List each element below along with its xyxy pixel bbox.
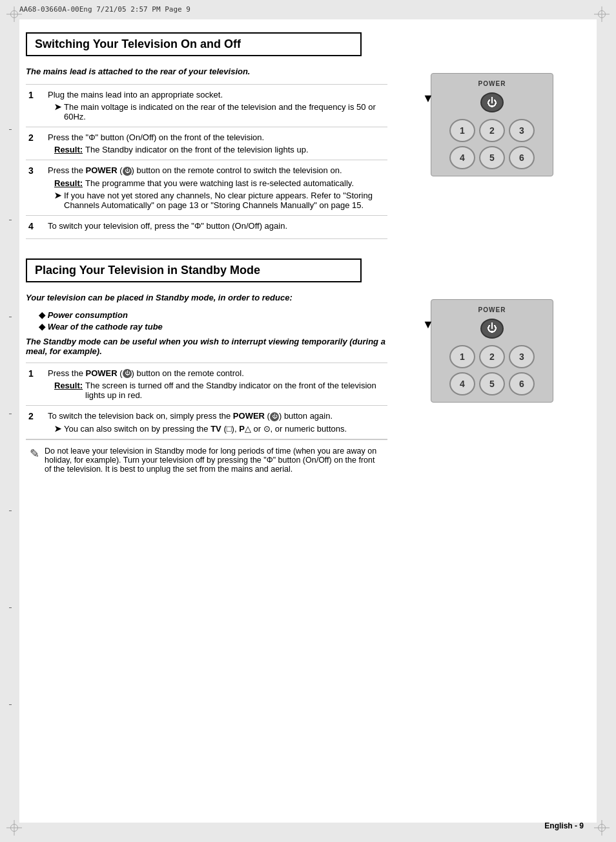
step-num-4: 4 — [26, 215, 45, 238]
left-mark-1 — [9, 129, 12, 130]
step2-main: Press the "Φ" button (On/Off) on the fro… — [48, 132, 385, 142]
s2-num-btn-6: 6 — [509, 372, 535, 395]
panel-arrow-1: ▼ — [422, 92, 434, 105]
s2-num-btn-2: 2 — [479, 345, 505, 368]
step-content-4: To switch your television off, press the… — [45, 215, 387, 238]
step3-arrow: ➤ If you have not yet stored any channel… — [54, 191, 385, 210]
arrow-icon-s2: ➤ — [54, 424, 61, 434]
section2-body: Your television can be placed in Standby… — [26, 293, 590, 480]
table-row: 3 Press the POWER (⏻) button on the remo… — [26, 160, 387, 216]
left-mark-4 — [9, 414, 12, 414]
s2-num-btn-5: 5 — [479, 372, 505, 395]
table-row: 4 To switch your television off, press t… — [26, 215, 387, 238]
section1-title-box: Switching Your Television On and Off — [26, 32, 362, 56]
panel-arrow-2: ▼ — [422, 318, 434, 332]
s2-step-num-2: 2 — [26, 406, 45, 439]
table-row: 2 Press the "Φ" button (On/Off) on the f… — [26, 127, 387, 160]
step1-arrow: ➤ The main voltage is indicated on the r… — [54, 102, 385, 121]
content-area: Switching Your Television On and Off The… — [19, 19, 597, 823]
table-row: 2 To switch the television back on, simp… — [26, 406, 387, 439]
note-text: Do not leave your television in Standby … — [45, 447, 384, 474]
section2-left: Your television can be placed in Standby… — [26, 293, 387, 480]
section2-steps-table: 1 Press the POWER (⏻) button on the remo… — [26, 363, 387, 439]
step-num-1: 1 — [26, 85, 45, 127]
section1-right: ▼ POWER 1 2 3 4 5 6 — [394, 67, 590, 239]
step3-main: Press the POWER (⏻) button on the remote… — [48, 165, 385, 176]
power-button-1 — [480, 92, 504, 112]
step3-arrow-text: If you have not yet stored any channels,… — [64, 191, 385, 210]
result-label-3: Result: — [54, 178, 83, 188]
arrow-icon-3: ➤ — [54, 191, 61, 200]
step1-arrow-text: The main voltage is indicated on the rea… — [64, 102, 385, 121]
s2-step2-arrow: ➤ You can also switch on by pressing the… — [54, 424, 385, 434]
bullet-list: Power consumption Wear of the cathode ra… — [39, 310, 387, 332]
step-content-2: Press the "Φ" button (On/Off) on the fro… — [45, 127, 387, 160]
note-icon: ✎ — [30, 447, 39, 461]
step1-main: Plug the mains lead into an appropriate … — [48, 90, 385, 100]
panel-label-1: POWER — [478, 80, 506, 87]
s2-step1-result-text: The screen is turned off and the Standby… — [85, 381, 385, 400]
step4-main: To switch your television off, press the… — [48, 221, 385, 231]
panel-label-2: POWER — [478, 306, 506, 313]
num-btn-6: 6 — [509, 146, 535, 169]
s2-step2-main: To switch the television back on, simply… — [48, 411, 385, 421]
section2-right: ▼ POWER 1 2 3 4 5 6 — [394, 293, 590, 480]
s2-step-content-2: To switch the television back on, simply… — [45, 406, 387, 439]
step-content-1: Plug the mains lead into an appropriate … — [45, 85, 387, 127]
file-header: AA68-03660A-00Eng 7/21/05 2:57 PM Page 9 — [19, 5, 190, 14]
left-mark-2 — [9, 220, 12, 220]
step2-result: Result: The Standby indicator on the fro… — [54, 145, 385, 154]
result-label-2: Result: — [54, 145, 83, 154]
num-grid-2: 1 2 3 4 5 6 — [449, 345, 535, 395]
bullet-1: Power consumption — [39, 310, 387, 320]
table-row: 1 Plug the mains lead into an appropriat… — [26, 85, 387, 127]
page-number: English - 9 — [544, 821, 584, 830]
left-mark-5 — [9, 510, 12, 511]
step-content-3: Press the POWER (⏻) button on the remote… — [45, 160, 387, 216]
left-mark-7 — [9, 704, 12, 705]
section2-intro: Your television can be placed in Standby… — [26, 293, 387, 302]
section1: Switching Your Television On and Off The… — [26, 32, 590, 239]
page: AA68-03660A-00Eng 7/21/05 2:57 PM Page 9… — [0, 0, 616, 842]
section2-italic-note: The Standby mode can be useful when you … — [26, 337, 387, 356]
note-box: ✎ Do not leave your television in Standb… — [26, 439, 387, 480]
arrow-icon-1: ➤ — [54, 102, 61, 112]
left-mark-3 — [9, 317, 12, 317]
s2-result-label-1: Result: — [54, 381, 83, 400]
step2-result-text: The Standby indicator on the front of th… — [85, 145, 308, 154]
num-grid-1: 1 2 3 4 5 6 — [449, 119, 535, 169]
s2-step1-result: Result: The screen is turned off and the… — [54, 381, 385, 400]
s2-step2-arrow-text: You can also switch on by pressing the T… — [64, 424, 347, 434]
section1-title: Switching Your Television On and Off — [35, 37, 353, 51]
section2-title: Placing Your Television in Standby Mode — [35, 264, 353, 277]
tv-panel-2: ▼ POWER 1 2 3 4 5 6 — [431, 299, 553, 403]
left-mark-6 — [9, 607, 12, 608]
num-btn-4: 4 — [449, 146, 475, 169]
s2-step-content-1: Press the POWER (⏻) button on the remote… — [45, 363, 387, 406]
table-row: 1 Press the POWER (⏻) button on the remo… — [26, 363, 387, 406]
step-num-3: 3 — [26, 160, 45, 216]
step-num-2: 2 — [26, 127, 45, 160]
s2-num-btn-1: 1 — [449, 345, 475, 368]
s2-step-num-1: 1 — [26, 363, 45, 406]
section1-body: The mains lead is attached to the rear o… — [26, 67, 590, 239]
section2-title-box: Placing Your Television in Standby Mode — [26, 258, 362, 282]
bullet-2: Wear of the cathode ray tube — [39, 322, 387, 332]
step3-result-text: The programme that you were watching las… — [85, 178, 354, 188]
tv-panel-1: ▼ POWER 1 2 3 4 5 6 — [431, 73, 553, 176]
section1-steps-table: 1 Plug the mains lead into an appropriat… — [26, 84, 387, 239]
s2-num-btn-4: 4 — [449, 372, 475, 395]
num-btn-1: 1 — [449, 119, 475, 142]
section1-intro: The mains lead is attached to the rear o… — [26, 67, 387, 76]
s2-step1-main: Press the POWER (⏻) button on the remote… — [48, 368, 385, 379]
num-btn-5: 5 — [479, 146, 505, 169]
section2: Placing Your Television in Standby Mode … — [26, 258, 590, 480]
num-btn-3: 3 — [509, 119, 535, 142]
power-button-2 — [480, 319, 504, 339]
num-btn-2: 2 — [479, 119, 505, 142]
s2-num-btn-3: 3 — [509, 345, 535, 368]
step3-result: Result: The programme that you were watc… — [54, 178, 385, 188]
section1-left: The mains lead is attached to the rear o… — [26, 67, 387, 239]
